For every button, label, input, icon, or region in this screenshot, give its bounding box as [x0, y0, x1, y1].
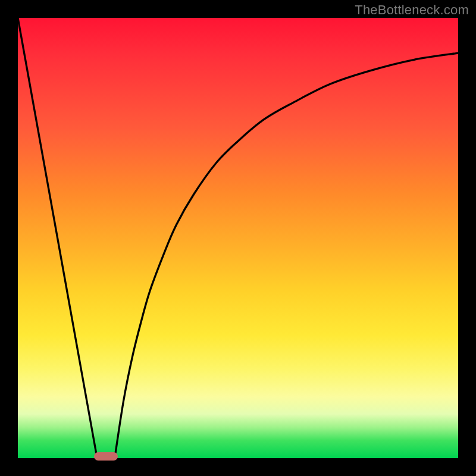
chart-frame: TheBottleneck.com	[0, 0, 476, 476]
plot-area	[18, 18, 458, 458]
left-linear-drop	[18, 18, 97, 458]
bottleneck-marker	[94, 452, 118, 461]
watermark-text: TheBottleneck.com	[355, 2, 469, 18]
right-log-rise	[115, 53, 458, 458]
curve-layer	[18, 18, 458, 458]
